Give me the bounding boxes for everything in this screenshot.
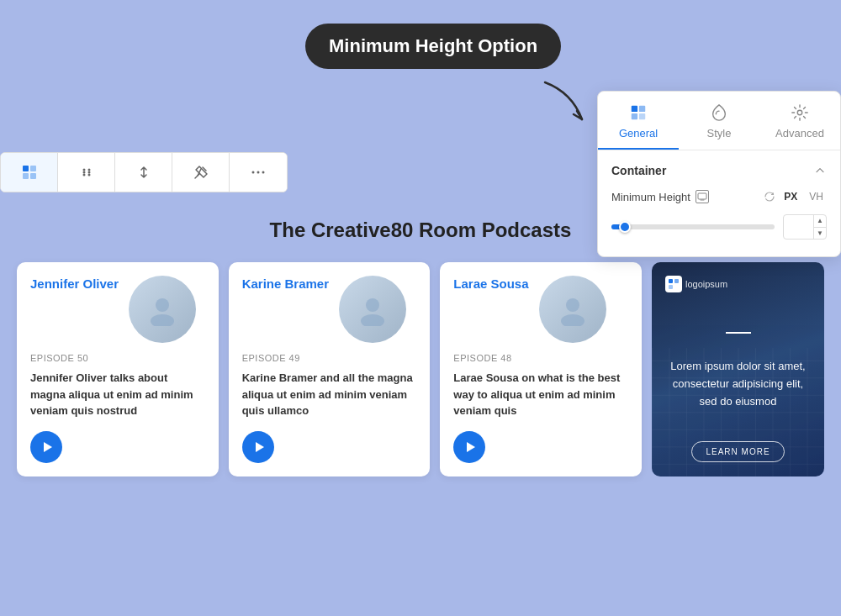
svg-rect-15: [632, 113, 637, 119]
card-desc-1: Jennifer Oliver talks about magna aliqua…: [30, 370, 205, 419]
svg-rect-14: [639, 106, 645, 112]
svg-rect-26: [669, 279, 673, 283]
svg-rect-16: [639, 113, 645, 119]
unit-vh[interactable]: VH: [806, 189, 827, 204]
layout-icon: [21, 164, 38, 181]
svg-point-8: [82, 171, 85, 174]
card-header-3: Larae Sousa: [453, 276, 628, 343]
play-button-3[interactable]: [453, 431, 485, 463]
episode-label-1: EPISODE 50: [30, 353, 205, 363]
podcast-card-3: Larae Sousa EPISODE 48 Larae Sousa on wh…: [440, 262, 642, 476]
svg-point-17: [797, 110, 802, 115]
card-desc-3: Larae Sousa on what is the best way to a…: [453, 370, 628, 419]
svg-point-6: [82, 174, 85, 176]
toolbar: [0, 152, 288, 192]
card-name-2: Karine Bramer: [242, 276, 329, 292]
logo-text: logoipsum: [685, 279, 727, 289]
svg-point-11: [257, 171, 260, 174]
tab-general-label: General: [619, 127, 658, 140]
svg-rect-18: [698, 193, 706, 199]
move-icon: [78, 164, 95, 181]
play-icon-1: [40, 440, 54, 454]
slider-row: ▲ ▼: [611, 214, 827, 240]
learn-more-button[interactable]: LEARN MORE: [691, 441, 784, 462]
svg-rect-27: [674, 279, 679, 283]
general-icon: [629, 103, 648, 122]
callout-bubble: Minimum Height Option: [305, 24, 561, 69]
promo-divider: [726, 332, 751, 334]
card-desc-2: Karine Bramer and all the magna aliqua u…: [242, 370, 417, 419]
play-icon-3: [463, 440, 477, 454]
more-button[interactable]: [230, 153, 287, 192]
layout-button[interactable]: [1, 153, 58, 192]
panel-body: Container Minimum Height: [598, 150, 840, 256]
svg-point-10: [252, 171, 255, 174]
promo-body: Lorem ipsum dolor sit amet, consectetur …: [665, 358, 811, 410]
card-name-3: Larae Sousa: [453, 276, 528, 292]
promo-card: logoipsum Lorem ipsum dolor sit amet, co…: [652, 262, 824, 476]
tab-advanced-label: Advanced: [775, 127, 824, 140]
svg-rect-2: [23, 173, 29, 179]
more-icon: [250, 164, 267, 181]
svg-point-7: [87, 174, 90, 176]
advanced-icon: [791, 103, 809, 122]
panel-section-header: Container: [611, 164, 827, 177]
slider-thumb: [619, 221, 631, 233]
episode-label-2: EPISODE 49: [242, 353, 417, 363]
tab-style-label: Style: [707, 127, 732, 140]
svg-rect-1: [30, 166, 36, 171]
value-increment[interactable]: ▲: [814, 215, 826, 228]
svg-rect-13: [632, 106, 637, 112]
svg-point-21: [366, 298, 379, 312]
pin-icon: [193, 164, 209, 181]
card-avatar-2: [339, 276, 406, 343]
panel-tabs: General Style Advanced: [598, 92, 840, 150]
podcast-card-2: Karine Bramer EPISODE 49 Karine Bramer a…: [229, 262, 431, 476]
tab-general[interactable]: General: [598, 92, 679, 150]
svg-point-20: [151, 314, 174, 326]
card-avatar-3: [539, 276, 606, 343]
container-section-title: Container: [611, 164, 666, 177]
minimum-height-row: Minimum Height PX VH: [611, 189, 827, 204]
play-button-2[interactable]: [242, 431, 274, 463]
episode-label-3: EPISODE 48: [453, 353, 628, 363]
refresh-icon[interactable]: [764, 191, 775, 203]
updown-icon: [135, 164, 152, 181]
style-icon: [710, 103, 728, 122]
svg-point-5: [87, 169, 90, 171]
card-header-1: Jennifer Oliver: [30, 276, 205, 343]
svg-point-9: [87, 171, 90, 174]
card-avatar-1: [129, 276, 196, 343]
svg-rect-28: [669, 285, 673, 289]
unit-px[interactable]: PX: [780, 189, 801, 204]
minimum-height-input[interactable]: ▲ ▼: [783, 214, 827, 240]
svg-point-19: [156, 298, 169, 312]
pin-button[interactable]: [172, 153, 230, 192]
play-icon-2: [252, 440, 266, 454]
promo-logo: logoipsum: [665, 276, 811, 292]
monitor-icon: [696, 190, 709, 203]
collapse-icon[interactable]: [813, 164, 827, 177]
svg-point-22: [361, 314, 384, 326]
tab-advanced[interactable]: Advanced: [759, 92, 840, 150]
unit-controls: PX VH: [764, 189, 827, 204]
svg-point-12: [262, 171, 265, 174]
updown-button[interactable]: [115, 153, 172, 192]
card-header-2: Karine Bramer: [242, 276, 417, 343]
svg-rect-0: [23, 166, 29, 171]
play-button-1[interactable]: [30, 431, 62, 463]
podcast-grid: Jennifer Oliver EPISODE 50 Jennifer Oliv…: [17, 262, 824, 476]
minimum-height-slider[interactable]: [611, 224, 775, 229]
card-name-1: Jennifer Oliver: [30, 276, 119, 292]
svg-point-24: [561, 314, 584, 326]
callout-arrow: [538, 76, 589, 126]
svg-point-4: [82, 169, 85, 171]
minimum-height-label: Minimum Height: [611, 190, 709, 203]
svg-rect-3: [30, 173, 36, 179]
svg-point-23: [566, 298, 579, 312]
podcast-card-1: Jennifer Oliver EPISODE 50 Jennifer Oliv…: [17, 262, 219, 476]
move-button[interactable]: [58, 153, 115, 192]
tab-style[interactable]: Style: [679, 92, 759, 150]
value-decrement[interactable]: ▼: [814, 228, 826, 240]
settings-panel: General Style Advanced Container: [597, 91, 841, 257]
